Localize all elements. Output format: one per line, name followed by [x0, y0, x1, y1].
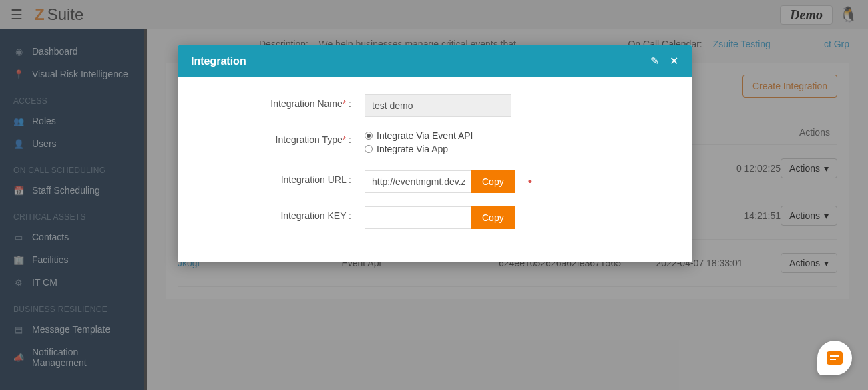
radio-label: Integrate Via Event API	[377, 130, 473, 141]
control-integration-type: Integrate Via Event API Integrate Via Ap…	[365, 130, 665, 157]
integration-modal: Integration ✎ ✕ Integration Name* : Inte…	[178, 45, 692, 262]
integration-name-input[interactable]	[365, 94, 511, 117]
row-integration-key: Integration KEY : Copy	[204, 206, 665, 229]
edit-icon[interactable]: ✎	[650, 55, 659, 67]
radio-icon	[365, 132, 373, 140]
row-integration-url: Integration URL : Copy •	[204, 170, 665, 193]
row-integration-name: Integration Name* :	[204, 94, 665, 117]
radio-app[interactable]: Integrate Via App	[365, 144, 665, 154]
url-input-group: Copy	[365, 170, 515, 193]
close-icon[interactable]: ✕	[670, 55, 678, 67]
control-integration-name	[365, 94, 511, 117]
label-text: Integration Type	[276, 134, 343, 145]
menu-toggle-icon[interactable]: ☰	[11, 7, 23, 23]
copy-key-button[interactable]: Copy	[471, 206, 515, 229]
topbar-left: ☰ Z Suite	[11, 5, 83, 24]
control-integration-url: Copy	[365, 170, 515, 193]
colon: :	[346, 134, 351, 145]
row-integration-type: Integration Type* : Integrate Via Event …	[204, 130, 665, 157]
topbar-right: Demo 🐧	[780, 5, 857, 25]
integration-key-input[interactable]	[365, 206, 471, 229]
topbar: ☰ Z Suite Demo 🐧	[0, 0, 868, 29]
modal-body: Integration Name* : Integration Type* : …	[178, 77, 692, 262]
modal-title: Integration	[191, 55, 246, 67]
logo-mark-icon: Z	[35, 5, 45, 24]
integration-url-input[interactable]	[365, 170, 471, 193]
radio-event-api[interactable]: Integrate Via Event API	[365, 130, 665, 141]
control-integration-key: Copy	[365, 206, 515, 229]
user-avatar-icon[interactable]: 🐧	[839, 6, 857, 23]
label-integration-url: Integration URL :	[204, 170, 365, 185]
chat-icon	[827, 351, 843, 365]
modal-header-actions: ✎ ✕	[650, 55, 678, 67]
copy-url-button[interactable]: Copy	[471, 170, 515, 193]
required-dot-icon: •	[528, 178, 532, 185]
radio-icon	[365, 145, 373, 153]
logo[interactable]: Z Suite	[35, 5, 83, 24]
label-integration-name: Integration Name* :	[204, 94, 365, 109]
label-integration-key: Integration KEY :	[204, 206, 365, 221]
key-input-group: Copy	[365, 206, 515, 229]
radio-label: Integrate Via App	[377, 144, 448, 154]
demo-badge: Demo	[780, 5, 833, 25]
chat-fab[interactable]	[817, 341, 852, 375]
logo-text: Suite	[47, 5, 84, 24]
label-integration-type: Integration Type* :	[204, 130, 365, 145]
colon: :	[346, 98, 351, 109]
label-text: Integration Name	[270, 98, 342, 109]
modal-header: Integration ✎ ✕	[178, 45, 692, 77]
